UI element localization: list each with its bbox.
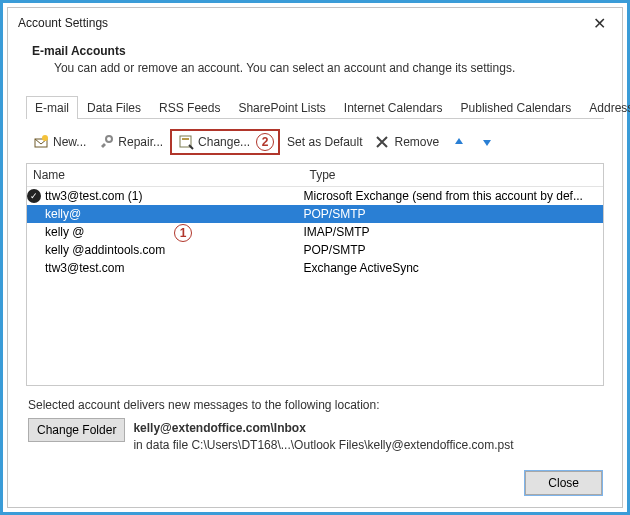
remove-icon [374, 134, 390, 150]
section-heading: E-mail Accounts [32, 44, 604, 58]
move-down-button[interactable] [474, 131, 500, 153]
section-subheading: You can add or remove an account. You ca… [54, 61, 604, 75]
account-settings-window: Account Settings ✕ E-mail Accounts You c… [7, 7, 623, 508]
tab-address-books[interactable]: Address Books [580, 96, 630, 119]
close-icon[interactable]: ✕ [585, 12, 614, 35]
account-type: POP/SMTP [303, 206, 603, 222]
arrow-up-icon [451, 134, 467, 150]
account-type: Exchange ActiveSync [303, 260, 603, 276]
table-row[interactable]: ttw3@test.com (1) Microsoft Exchange (se… [27, 187, 603, 205]
col-header-type[interactable]: Type [303, 164, 579, 186]
tab-rss[interactable]: RSS Feeds [150, 96, 229, 119]
table-row[interactable]: kelly @ IMAP/SMTP [27, 223, 603, 241]
account-name: ttw3@test.com (1) [45, 189, 143, 203]
set-default-button[interactable]: Set as Default [282, 132, 367, 152]
repair-button[interactable]: Repair... [93, 131, 168, 153]
change-label: Change... [198, 135, 250, 149]
callout-1: 1 [174, 224, 192, 242]
delivery-path: in data file C:\Users\DT168\...\Outlook … [133, 438, 513, 452]
svg-point-2 [106, 136, 112, 142]
tab-sharepoint[interactable]: SharePoint Lists [229, 96, 334, 119]
delivery-info: kelly@extendoffice.com\Inbox in data fil… [133, 418, 513, 455]
account-type: POP/SMTP [303, 242, 603, 258]
svg-rect-4 [182, 138, 189, 140]
repair-icon [98, 134, 114, 150]
account-name: kelly @addintools.com [45, 243, 165, 257]
change-folder-button[interactable]: Change Folder [28, 418, 125, 442]
new-button[interactable]: New... [28, 131, 91, 153]
change-highlight: Change... 2 [170, 129, 280, 155]
window-title: Account Settings [18, 16, 108, 30]
account-type: IMAP/SMTP [303, 224, 603, 240]
footer: Close [26, 471, 604, 497]
table-row[interactable]: ttw3@test.com Exchange ActiveSync [27, 259, 603, 277]
new-icon [33, 134, 49, 150]
new-label: New... [53, 135, 86, 149]
toolbar: New... Repair... Change... 2 Set as Defa… [26, 119, 604, 163]
screenshot-frame: Account Settings ✕ E-mail Accounts You c… [0, 0, 630, 515]
default-check-icon [27, 189, 41, 203]
titlebar: Account Settings ✕ [8, 8, 622, 38]
close-button[interactable]: Close [525, 471, 602, 495]
account-type: Microsoft Exchange (send from this accou… [303, 188, 603, 204]
tab-email[interactable]: E-mail [26, 96, 78, 119]
arrow-down-icon [479, 134, 495, 150]
move-up-button[interactable] [446, 131, 472, 153]
list-header: Name Type [27, 164, 603, 187]
change-button[interactable]: Change... [176, 134, 252, 150]
delivery-location: kelly@extendoffice.com\Inbox [133, 421, 305, 435]
set-default-label: Set as Default [287, 135, 362, 149]
delivery-caption: Selected account delivers new messages t… [28, 398, 604, 412]
accounts-list[interactable]: Name Type ttw3@test.com (1) Microsoft Ex… [26, 163, 604, 386]
tab-internet-cal[interactable]: Internet Calendars [335, 96, 452, 119]
account-name: ttw3@test.com [45, 261, 125, 275]
table-row[interactable]: kelly@ POP/SMTP [27, 205, 603, 223]
remove-button[interactable]: Remove [369, 131, 444, 153]
callout-2: 2 [256, 133, 274, 151]
col-header-name[interactable]: Name [27, 164, 303, 186]
delivery-section: Selected account delivers new messages t… [26, 398, 604, 455]
account-name: kelly@ [45, 207, 81, 221]
table-row[interactable]: kelly @addintools.com POP/SMTP [27, 241, 603, 259]
remove-label: Remove [394, 135, 439, 149]
repair-label: Repair... [118, 135, 163, 149]
tab-data-files[interactable]: Data Files [78, 96, 150, 119]
tab-strip: E-mail Data Files RSS Feeds SharePoint L… [26, 95, 604, 119]
change-icon [178, 134, 194, 150]
svg-point-1 [42, 135, 48, 141]
account-name: kelly @ [45, 225, 85, 239]
tab-published-cal[interactable]: Published Calendars [452, 96, 581, 119]
window-content: E-mail Accounts You can add or remove an… [8, 38, 622, 507]
